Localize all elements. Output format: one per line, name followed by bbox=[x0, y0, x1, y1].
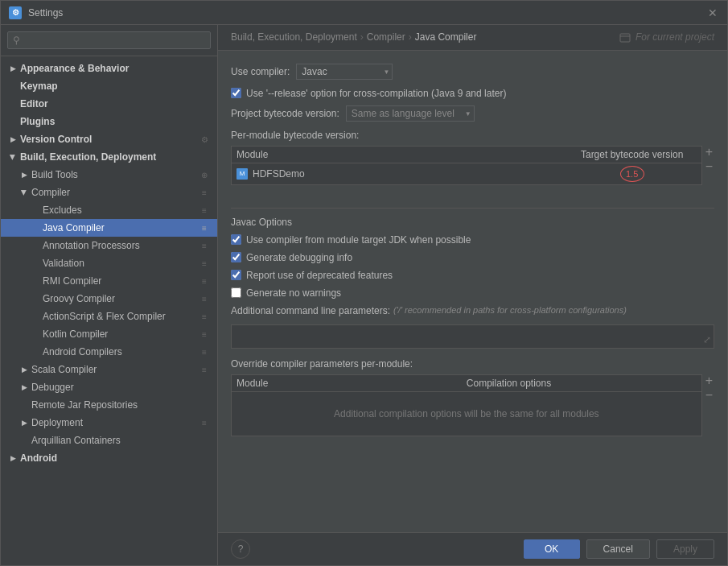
add-override-button[interactable]: + bbox=[704, 374, 714, 387]
arrow-icon: ▶ bbox=[7, 134, 19, 145]
file-icon: ≡ bbox=[198, 257, 211, 270]
cmdline-note: ('/' recommended in paths for cross-plat… bbox=[393, 305, 627, 315]
javac-opt2-checkbox[interactable] bbox=[231, 252, 241, 262]
sidebar-item-groovy-compiler[interactable]: Groovy Compiler ≡ bbox=[1, 290, 217, 308]
sidebar-item-annotation-processors[interactable]: Annotation Processors ≡ bbox=[1, 237, 217, 254]
repo-icon: ⊕ bbox=[198, 168, 211, 181]
remove-override-button[interactable]: − bbox=[704, 389, 714, 402]
search-box bbox=[1, 25, 217, 56]
sidebar-item-label: Android bbox=[20, 452, 211, 464]
version-badge: 1.5 bbox=[620, 166, 644, 182]
project-icon bbox=[619, 32, 631, 43]
arrow-icon bbox=[7, 81, 19, 92]
arrow-icon bbox=[30, 258, 41, 269]
sidebar-item-build-execution[interactable]: ▶ Build, Execution, Deployment bbox=[1, 148, 217, 166]
panel-content: Use compiler: Javac Use '--release' opti… bbox=[218, 51, 727, 532]
override-empty-note: Additional compilation options will be t… bbox=[232, 392, 701, 436]
file-icon: ≡ bbox=[198, 275, 211, 287]
breadcrumb-sep-1: › bbox=[360, 31, 364, 43]
title-bar: ⚙ Settings ✕ bbox=[1, 1, 727, 25]
sidebar-item-remote-jar[interactable]: Remote Jar Repositories bbox=[1, 396, 217, 414]
ok-button[interactable]: OK bbox=[524, 539, 580, 559]
javac-opt-3-row: Report use of deprecated features bbox=[231, 270, 714, 281]
sidebar-item-android-compilers[interactable]: Android Compilers ≡ bbox=[1, 343, 217, 361]
window-icon: ⚙ bbox=[9, 6, 22, 19]
bytecode-version-label: Project bytecode version: bbox=[231, 108, 339, 119]
javac-opt4-checkbox[interactable] bbox=[231, 287, 241, 298]
remove-module-button[interactable]: − bbox=[704, 160, 714, 173]
sidebar-item-label: Kotlin Compiler bbox=[43, 328, 198, 340]
file-icon: ≡ bbox=[198, 292, 211, 305]
arrow-icon bbox=[30, 346, 41, 357]
settings-window: ⚙ Settings ✕ ▶ Appearance & Behavior Key… bbox=[0, 0, 728, 566]
footer: ? OK Cancel Apply bbox=[218, 532, 727, 565]
file-icon: ≡ bbox=[198, 345, 211, 358]
arrow-icon: ▶ bbox=[7, 452, 19, 464]
sidebar-item-deployment[interactable]: ▶ Deployment ≡ bbox=[1, 414, 217, 432]
javac-opt-1-row: Use compiler from module target JDK when… bbox=[231, 234, 714, 246]
override-table: Module Compilation options Additional co… bbox=[231, 374, 702, 436]
cmdline-input[interactable] bbox=[231, 324, 714, 349]
sidebar-item-scala-compiler[interactable]: ▶ Scala Compiler ≡ bbox=[1, 361, 217, 378]
sidebar-item-version-control[interactable]: ▶ Version Control ⚙ bbox=[1, 130, 217, 148]
breadcrumb: Build, Execution, Deployment › Compiler … bbox=[218, 25, 727, 51]
sidebar-item-label: Validation bbox=[43, 258, 198, 269]
sidebar-item-label: Plugins bbox=[20, 116, 211, 127]
svg-rect-0 bbox=[620, 34, 630, 42]
sidebar-item-rmi-compiler[interactable]: RMI Compiler ≡ bbox=[1, 272, 217, 290]
file-icon: ≡ bbox=[198, 239, 211, 252]
bytecode-select-wrapper: Same as language level bbox=[346, 105, 475, 122]
arrow-icon bbox=[19, 399, 30, 411]
compiler-row: Use compiler: Javac bbox=[231, 64, 714, 80]
arrow-icon bbox=[30, 293, 41, 304]
compiler-select[interactable]: Javac bbox=[296, 64, 393, 80]
sidebar-item-label: RMI Compiler bbox=[43, 275, 198, 287]
sidebar-item-appearance[interactable]: ▶ Appearance & Behavior bbox=[1, 60, 217, 77]
sidebar-item-label: Java Compiler bbox=[43, 222, 198, 233]
sidebar-item-java-compiler[interactable]: Java Compiler ≡ bbox=[1, 219, 217, 237]
file-icon: ≡ bbox=[198, 310, 211, 323]
sidebar-item-kotlin-compiler[interactable]: Kotlin Compiler ≡ bbox=[1, 325, 217, 343]
sidebar-item-keymap[interactable]: Keymap bbox=[1, 77, 217, 95]
sidebar-item-arquillian[interactable]: Arquillian Containers bbox=[1, 432, 217, 449]
release-option-label: Use '--release' option for cross-compila… bbox=[246, 88, 506, 99]
bytecode-version-select[interactable]: Same as language level bbox=[346, 105, 475, 122]
override-col-compilation: Compilation options bbox=[467, 378, 697, 389]
sidebar-item-android[interactable]: ▶ Android bbox=[1, 449, 217, 467]
close-button[interactable]: ✕ bbox=[706, 6, 719, 19]
cancel-button[interactable]: Cancel bbox=[586, 539, 650, 559]
sidebar-item-debugger[interactable]: ▶ Debugger bbox=[1, 378, 217, 396]
expand-icon: ⤢ bbox=[703, 334, 711, 345]
sidebar-item-plugins[interactable]: Plugins bbox=[1, 113, 217, 130]
window-title: Settings bbox=[28, 7, 706, 19]
module-icon: M bbox=[236, 168, 248, 180]
sidebar-item-validation[interactable]: Validation ≡ bbox=[1, 254, 217, 272]
sidebar-item-label: Editor bbox=[20, 98, 211, 109]
sidebar-item-actionscript-compiler[interactable]: ActionScript & Flex Compiler ≡ bbox=[1, 308, 217, 325]
sidebar-item-editor[interactable]: Editor bbox=[1, 95, 217, 113]
sidebar-item-excludes[interactable]: Excludes ≡ bbox=[1, 201, 217, 219]
col-target-header: Target bytecode version bbox=[568, 149, 697, 160]
main-content: ▶ Appearance & Behavior Keymap Editor Pl… bbox=[1, 25, 727, 565]
javac-opt3-label: Report use of deprecated features bbox=[246, 270, 393, 281]
sidebar-item-compiler[interactable]: ▶ Compiler ≡ bbox=[1, 184, 217, 201]
nav-tree: ▶ Appearance & Behavior Keymap Editor Pl… bbox=[1, 56, 217, 565]
help-button[interactable]: ? bbox=[231, 539, 250, 559]
sidebar-item-build-tools[interactable]: ▶ Build Tools ⊕ bbox=[1, 166, 217, 184]
table-row[interactable]: M HDFSDemo 1.5 bbox=[232, 163, 701, 184]
arrow-icon bbox=[30, 222, 41, 233]
search-input[interactable] bbox=[7, 31, 211, 49]
sync-icon: ⚙ bbox=[198, 133, 211, 146]
add-module-button[interactable]: + bbox=[704, 146, 714, 159]
module-table: Module Target bytecode version M HDFSDem… bbox=[231, 146, 702, 185]
javac-opt3-checkbox[interactable] bbox=[231, 270, 241, 280]
javac-opt2-label: Generate debugging info bbox=[246, 252, 352, 263]
breadcrumb-part-3: Java Compiler bbox=[415, 31, 477, 43]
sidebar-item-label: Scala Compiler bbox=[31, 364, 198, 375]
sidebar-item-label: Android Compilers bbox=[43, 346, 198, 357]
release-option-checkbox[interactable] bbox=[231, 88, 241, 98]
javac-opt4-label: Generate no warnings bbox=[246, 287, 341, 299]
javac-opt1-checkbox[interactable] bbox=[231, 234, 241, 245]
sidebar-item-label: Excludes bbox=[43, 205, 198, 216]
apply-button[interactable]: Apply bbox=[656, 539, 714, 559]
